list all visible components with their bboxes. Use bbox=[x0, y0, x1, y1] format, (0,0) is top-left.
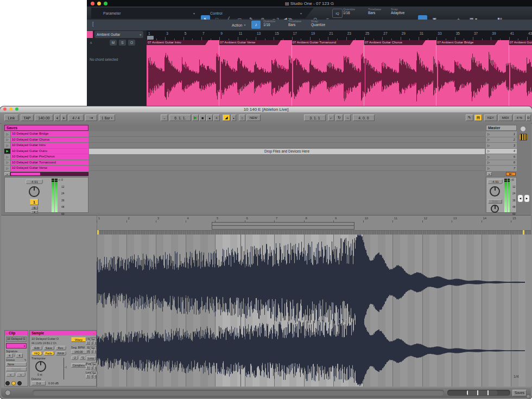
signature-denominator-field[interactable]: 4 bbox=[16, 353, 23, 358]
volume-pointer-icon[interactable]: ◁ bbox=[58, 178, 60, 181]
zoom-scroll-thumb[interactable] bbox=[467, 390, 497, 395]
transpose-value[interactable]: 0 st bbox=[37, 373, 42, 376]
nudge-back-button[interactable]: « bbox=[6, 372, 15, 377]
scene-slot[interactable]: ▷7 bbox=[486, 166, 517, 171]
edit-sample-button[interactable]: Edit bbox=[31, 346, 42, 350]
position-value-field[interactable]: 1 bbox=[94, 366, 97, 370]
mute-button[interactable]: M bbox=[110, 40, 117, 46]
cue-volume-knob[interactable] bbox=[491, 205, 499, 213]
scene-slot[interactable]: ▷1 bbox=[486, 131, 517, 137]
record-button[interactable]: ● bbox=[206, 115, 213, 121]
zoom-button[interactable] bbox=[15, 107, 18, 111]
detune-field[interactable]: 0 ct bbox=[31, 381, 46, 385]
scene-slot[interactable]: ▷5 bbox=[486, 154, 517, 160]
quantization-menu[interactable]: 1 Bar▾ bbox=[99, 115, 115, 121]
revert-button[interactable]: Rev. bbox=[55, 346, 66, 350]
scene-play-icon[interactable]: ▷ bbox=[487, 149, 490, 153]
length-value-field[interactable]: 5 bbox=[86, 375, 90, 378]
position-value-field[interactable]: 5 bbox=[86, 366, 90, 370]
scene-play-icon[interactable]: ▷ bbox=[487, 132, 490, 136]
minimize-button[interactable] bbox=[9, 107, 12, 111]
stop-all-clips-button[interactable]: ▪ bbox=[487, 172, 492, 176]
loop-toggle-button[interactable]: Loop bbox=[86, 356, 96, 360]
quantize-selector[interactable]: Quantize1/16 bbox=[343, 8, 367, 15]
quantize-note-button[interactable]: ♪ bbox=[251, 21, 261, 29]
fade-button[interactable]: Fade bbox=[43, 351, 54, 356]
key-map-button[interactable]: KEY bbox=[484, 115, 497, 121]
scene-play-icon[interactable]: ▷ bbox=[487, 161, 490, 164]
clip-name-flag[interactable]: 07 Ambient Guitar Intro bbox=[147, 40, 208, 45]
nudge-down-button[interactable]: ◂| bbox=[54, 115, 60, 121]
loop-start-field[interactable]: 3. 1. 1 bbox=[304, 115, 326, 121]
punch-out-button[interactable]: ¬ bbox=[344, 115, 351, 121]
commit-groove-button[interactable]: Commit bbox=[6, 367, 27, 371]
pan-knob[interactable] bbox=[29, 186, 40, 197]
time-signature-field[interactable]: 4 / 4 bbox=[68, 115, 84, 121]
groove-edit-icon[interactable]: ✎ bbox=[24, 358, 27, 362]
clip-name[interactable]: 10 Delayed Guitar Intro bbox=[11, 143, 88, 148]
gain-value[interactable]: 0.00 dB bbox=[48, 382, 59, 385]
scene-slot[interactable]: ▷2 bbox=[486, 137, 517, 143]
reenable-automation-button[interactable]: ▴ bbox=[231, 115, 236, 121]
loop-marker[interactable] bbox=[147, 36, 154, 40]
clip-slot[interactable]: ▷10 Delayed Guitar PreChorus bbox=[4, 154, 88, 160]
prev-view-button[interactable]: ◀ bbox=[517, 194, 523, 202]
clip-name-flag[interactable]: 07 Ambient Guitar Chorus bbox=[364, 40, 426, 45]
signature-numerator-field[interactable]: 4 bbox=[6, 353, 13, 358]
action-menu[interactable]: Action ▾ bbox=[232, 21, 245, 29]
clip-box-toggle-icon[interactable] bbox=[5, 381, 10, 385]
scene-slot[interactable]: ▷6 bbox=[486, 160, 517, 166]
timebase-selector[interactable]: TimebaseBars bbox=[368, 8, 390, 15]
arm-button[interactable]: ● bbox=[31, 210, 38, 213]
clip-slot[interactable]: ▷10 Delayed Guitar Turnaround bbox=[4, 160, 88, 166]
clip-name[interactable]: 10 Delayed Guitar Chorus bbox=[11, 137, 88, 143]
halve-bpm-button[interactable]: :2 bbox=[71, 356, 78, 360]
gain-pointer-icon[interactable]: ◁ bbox=[65, 365, 67, 369]
start-value-field[interactable]: 1 bbox=[94, 341, 97, 345]
nudge-up-button[interactable]: |▸ bbox=[61, 115, 67, 121]
overdub-button[interactable]: + bbox=[213, 115, 220, 121]
io-toggle-icon[interactable] bbox=[519, 134, 528, 141]
track-selector[interactable]: Ambient Guitar ▾ bbox=[94, 31, 143, 38]
punch-in-button[interactable]: ⌐ bbox=[328, 115, 334, 121]
overview-toggle-icon[interactable] bbox=[520, 126, 526, 132]
scene-play-icon[interactable]: ▷ bbox=[487, 144, 490, 147]
position-value-field[interactable]: 1 bbox=[91, 366, 93, 370]
clip-slot[interactable]: ▷10 Delayed Guitar Intro bbox=[4, 143, 88, 148]
clip-name[interactable]: 10 Delayed Guitar Turnaround bbox=[11, 160, 88, 166]
clip-activator-icon[interactable]: ○ bbox=[6, 332, 8, 335]
stop-button[interactable]: ■ bbox=[199, 115, 206, 121]
scene-play-icon[interactable]: ▷ bbox=[487, 155, 490, 159]
draw-mode-button[interactable]: ✎ bbox=[466, 115, 473, 121]
clip-play-icon[interactable]: ▷ bbox=[4, 166, 11, 171]
next-view-button[interactable]: ▶ bbox=[524, 194, 530, 202]
metronome-button[interactable]: ○● bbox=[85, 115, 97, 121]
nudge-forward-button[interactable]: » bbox=[16, 372, 26, 377]
saves-button[interactable]: Saves bbox=[512, 390, 527, 396]
drop-zone[interactable]: Drop Files and Devices Here bbox=[89, 149, 485, 154]
solo-button[interactable]: S bbox=[119, 40, 126, 46]
seg-bpm-field[interactable]: 140.00 bbox=[71, 350, 86, 354]
close-button[interactable] bbox=[3, 107, 7, 111]
clip-slot[interactable]: ▷10 Delayed Guitar Chorus bbox=[4, 137, 88, 143]
end-value-field[interactable]: 1 bbox=[91, 350, 93, 353]
clip-name-field[interactable]: 10 Delayed G bbox=[6, 337, 27, 342]
start-value-field[interactable]: 1 bbox=[86, 341, 90, 345]
end-value-field[interactable]: 1 bbox=[94, 350, 97, 353]
clip-slot[interactable]: ▷10 Delayed Guitar Verse bbox=[4, 166, 88, 171]
waveform-canvas[interactable] bbox=[147, 46, 532, 114]
hiq-button[interactable]: HiQ bbox=[31, 351, 42, 356]
input-quantize-button[interactable]: IQ bbox=[332, 9, 343, 18]
back-to-arrangement-button[interactable]: ▶▪ bbox=[506, 172, 516, 176]
clip-name[interactable]: 10 Delayed Guitar Verse bbox=[11, 166, 88, 171]
clip-name-flag[interactable]: 07 Ambient Guitar Verse bbox=[219, 40, 281, 45]
play-button[interactable]: ▶ bbox=[192, 115, 199, 121]
capture-new-button[interactable]: NEW bbox=[246, 115, 261, 121]
clip-name[interactable]: 10 Delayed Guitar Bridge bbox=[11, 131, 88, 137]
tap-tempo-button[interactable]: TAP bbox=[21, 115, 34, 121]
clip-play-icon[interactable]: ▷ bbox=[4, 131, 11, 137]
envelope-box-toggle-icon[interactable] bbox=[17, 381, 22, 385]
gain-slider[interactable] bbox=[64, 358, 64, 379]
snap-selector[interactable]: SnapQuantize bbox=[311, 20, 336, 27]
length-value-field[interactable]: 0 bbox=[91, 375, 93, 378]
